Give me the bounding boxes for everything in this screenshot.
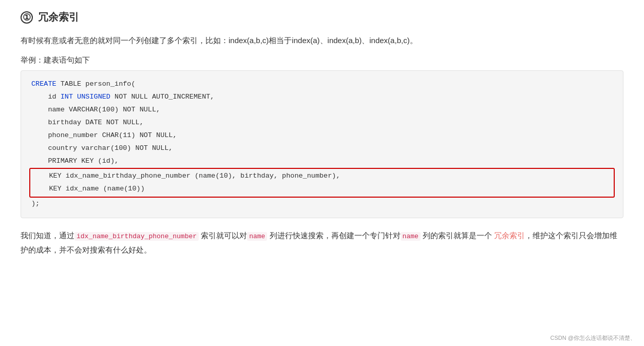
- bottom-description: 我们知道，通过idx_name_birthday_phone_number 索引…: [21, 228, 623, 258]
- inline-code-1: idx_name_birthday_phone_number: [74, 232, 199, 241]
- code-line-2: id INT UNSIGNED NOT NULL AUTO_INCREMENT,: [31, 91, 613, 104]
- description: 有时候有意或者无意的就对同一个列创建了多个索引，比如：index(a,b,c)相…: [21, 33, 623, 47]
- code-line-3: name VARCHAR(100) NOT NULL,: [31, 104, 613, 117]
- code-line-8: KEY idx_name_birthday_phone_number (name…: [32, 170, 612, 183]
- inline-code-3: name: [401, 232, 421, 241]
- redundant-index-link[interactable]: 冗余索引: [494, 231, 525, 240]
- highlighted-code-group: KEY idx_name_birthday_phone_number (name…: [29, 168, 615, 198]
- code-line-1: CREATE TABLE person_info(: [31, 78, 613, 91]
- code-line-6: country varchar(100) NOT NULL,: [31, 142, 613, 155]
- page-content: ① 冗余索引 有时候有意或者无意的就对同一个列创建了多个索引，比如：index(…: [21, 10, 623, 258]
- section-title: ① 冗余索引: [21, 10, 623, 24]
- inline-code-2: name: [247, 232, 267, 241]
- watermark: CSDN @你怎么连话都说不清楚、: [551, 334, 636, 342]
- code-block: CREATE TABLE person_info( id INT UNSIGNE…: [21, 70, 623, 218]
- example-label: 举例：建表语句如下: [21, 55, 623, 65]
- code-line-7: PRIMARY KEY (id),: [31, 155, 613, 168]
- code-line-10: );: [31, 198, 613, 210]
- title-label: 冗余索引: [38, 10, 79, 24]
- code-line-9: KEY idx_name (name(10)): [32, 183, 612, 196]
- code-line-5: phone_number CHAR(11) NOT NULL,: [31, 129, 613, 142]
- circle-number: ①: [21, 11, 33, 24]
- code-line-4: birthday DATE NOT NULL,: [31, 117, 613, 129]
